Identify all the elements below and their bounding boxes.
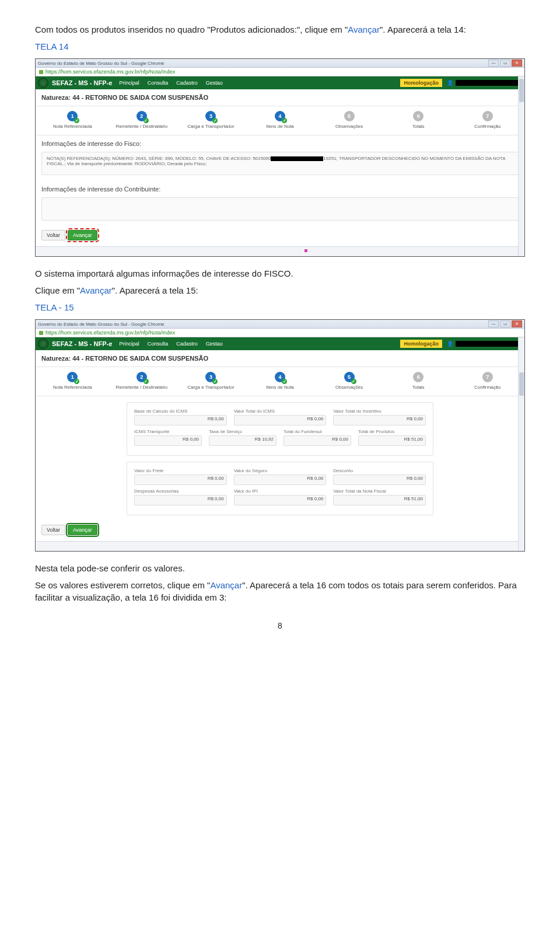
status-bar-2 bbox=[36, 541, 524, 551]
step-3[interactable]: 3Carga e Transportador bbox=[176, 372, 246, 390]
contribuinte-info-box[interactable] bbox=[41, 197, 519, 221]
gov-seal-icon bbox=[38, 339, 48, 349]
nav-consulta[interactable]: Consulta bbox=[148, 80, 169, 86]
outro-p2: Se os valores estiverem corretos, clique… bbox=[35, 579, 525, 603]
redacted-key bbox=[271, 156, 323, 161]
outro-p1: Nesta tela pode-se conferir os valores. bbox=[35, 562, 525, 574]
step-2[interactable]: 2Remetente / Destinatário bbox=[107, 372, 177, 390]
chrome-titlebar: Governo do Estado de Mato Grosso do Sul … bbox=[36, 59, 524, 68]
voltar-button[interactable]: Voltar bbox=[41, 525, 65, 535]
gov-seal-icon bbox=[38, 78, 48, 88]
step-5[interactable]: 5Observações bbox=[314, 111, 384, 129]
homologacao-badge: Homologação bbox=[400, 79, 442, 87]
avancar-button[interactable]: Avançar bbox=[68, 525, 97, 535]
app-title-2: SEFAZ - MS - NFP-e bbox=[52, 340, 112, 347]
intro-paragraph: Com todos os produtos inseridos no quadr… bbox=[35, 23, 525, 36]
nav-consulta[interactable]: Consulta bbox=[148, 341, 169, 347]
step-4[interactable]: 4Itens de Nota bbox=[246, 111, 315, 129]
status-bar bbox=[36, 246, 524, 256]
totals-card-1: Base de Calculo do ICMSR$ 0,00 Valor Tot… bbox=[127, 402, 433, 456]
field-valor-seguro: Valor do SeguroR$ 0,00 bbox=[234, 468, 327, 485]
intro-text-a: Com todos os produtos inseridos no quadr… bbox=[35, 25, 348, 34]
outro-link-avancar: Avançar bbox=[210, 580, 242, 590]
field-icms-transporte: ICMS TransporteR$ 0,00 bbox=[134, 429, 202, 446]
nav-cadastro[interactable]: Cadastro bbox=[176, 341, 198, 347]
step-5[interactable]: 5Observações bbox=[314, 372, 384, 390]
status-indicator-icon bbox=[304, 249, 307, 252]
field-valor-total-incentivo: Valor Total do IncentivoR$ 0,00 bbox=[333, 409, 426, 425]
field-total-produtos: Total de ProdutosR$ 51,00 bbox=[358, 429, 426, 446]
field-valor-frete: Valor do FreteR$ 0,00 bbox=[134, 468, 227, 485]
url-text: https://hom.servicos.efazenda.ms.gov.br/… bbox=[46, 69, 175, 75]
mid-p2a: Clique em " bbox=[35, 285, 80, 295]
mid-link-avancar: Avançar bbox=[80, 285, 112, 295]
window-close-icon[interactable]: ✕ bbox=[512, 60, 522, 67]
field-base-icms: Base de Calculo do ICMSR$ 0,00 bbox=[134, 409, 227, 425]
totals-row-4: Despesas AcessóriasR$ 0,00 Valor do IPIR… bbox=[134, 489, 426, 505]
url-bar-2[interactable]: https://hom.servicos.efazenda.ms.gov.br/… bbox=[36, 329, 524, 337]
step-7[interactable]: 7Confirmação bbox=[453, 111, 522, 129]
nav-cadastro[interactable]: Cadastro bbox=[176, 80, 198, 86]
natureza-heading: Natureza: 44 - RETORNO DE SAIDA COM SUSP… bbox=[36, 89, 524, 106]
voltar-button[interactable]: Voltar bbox=[41, 230, 65, 240]
mid-p2b: ". Aparecerá a tela 15: bbox=[112, 285, 198, 295]
window-max-icon[interactable]: ▭ bbox=[500, 60, 510, 67]
screenshot-tela15: Governo do Estado de Mato Grosso do Sul … bbox=[35, 319, 525, 552]
scroll-thumb[interactable] bbox=[519, 79, 524, 102]
intro-text-b: ". Aparecerá a tela 14: bbox=[380, 25, 466, 34]
step-1[interactable]: 1Nota Referenciada bbox=[38, 372, 107, 390]
step-6[interactable]: 6Totais bbox=[384, 372, 453, 390]
lock-icon bbox=[39, 70, 43, 74]
homologacao-badge: Homologação bbox=[400, 340, 442, 348]
window-close-icon[interactable]: ✕ bbox=[512, 320, 522, 327]
step-2[interactable]: 2Remetente / Destinatário bbox=[107, 111, 177, 129]
button-row-2: Voltar Avançar bbox=[36, 521, 524, 541]
step-6[interactable]: 6Totais bbox=[384, 111, 453, 129]
step-4[interactable]: 4Itens de Nota bbox=[246, 372, 315, 390]
app-topbar: SEFAZ - MS - NFP-e Principal Consulta Ca… bbox=[36, 76, 524, 89]
nav-principal[interactable]: Principal bbox=[119, 341, 139, 347]
step-3[interactable]: 3Carga e Transportador bbox=[176, 111, 246, 129]
step-1[interactable]: 1Nota Referenciada bbox=[38, 111, 107, 129]
url-bar[interactable]: https://hom.servicos.efazenda.ms.gov.br/… bbox=[36, 68, 524, 76]
page-number: 8 bbox=[35, 621, 525, 630]
chrome-title-2: Governo do Estado de Mato Grosso do Sul … bbox=[38, 322, 164, 327]
fisco-heading: Informações de interesse do Fisco: bbox=[36, 135, 524, 149]
scrollbar-2[interactable] bbox=[518, 337, 524, 551]
totals-row-1: Base de Calculo do ICMSR$ 0,00 Valor Tot… bbox=[134, 409, 426, 425]
nav-gestao[interactable]: Gestao bbox=[206, 341, 223, 347]
chrome-title: Governo do Estado de Mato Grosso do Sul … bbox=[38, 61, 164, 66]
fisco-info-box: NOTA(S) REFERENCIADA(S): NÚMERO: 2643, S… bbox=[41, 152, 519, 175]
url-text-2: https://hom.servicos.efazenda.ms.gov.br/… bbox=[46, 330, 175, 336]
field-valor-ipi: Valor do IPIR$ 0,00 bbox=[234, 489, 327, 505]
scrollbar[interactable] bbox=[518, 76, 524, 256]
field-despesas-acessorias: Despesas AcessóriasR$ 0,00 bbox=[134, 489, 227, 505]
totals-row-2: ICMS TransporteR$ 0,00 Taxa de ServiçoR$… bbox=[134, 429, 426, 446]
fisco-text-a: NOTA(S) REFERENCIADA(S): NÚMERO: 2643, S… bbox=[47, 156, 271, 161]
screenshot-tela14: Governo do Estado de Mato Grosso do Sul … bbox=[35, 58, 525, 257]
app-title: SEFAZ - MS - NFP-e bbox=[52, 79, 112, 86]
user-redacted bbox=[456, 341, 520, 347]
tela14-label: TELA 14 bbox=[35, 40, 525, 53]
totals-card-2: Valor do FreteR$ 0,00 Valor do SeguroR$ … bbox=[127, 462, 433, 515]
totals-row-3: Valor do FreteR$ 0,00 Valor do SeguroR$ … bbox=[134, 468, 426, 485]
user-redacted bbox=[456, 80, 520, 86]
step-7[interactable]: 7Confirmação bbox=[453, 372, 522, 390]
outro-p2a: Se os valores estiverem corretos, clique… bbox=[35, 580, 210, 590]
scroll-thumb[interactable] bbox=[519, 372, 524, 396]
field-valor-total-nf: Valor Total da Nota FiscalR$ 51,00 bbox=[333, 489, 426, 505]
natureza-heading-2: Natureza: 44 - RETORNO DE SAIDA COM SUSP… bbox=[36, 350, 524, 367]
field-total-fundersul: Total do FundersulR$ 0,00 bbox=[284, 429, 351, 446]
mid-p2: Clique em "Avançar". Aparecerá a tela 15… bbox=[35, 284, 525, 296]
window-min-icon[interactable]: — bbox=[488, 320, 499, 327]
avancar-button[interactable]: Avançar bbox=[68, 230, 97, 240]
button-row: Voltar Avançar bbox=[36, 226, 524, 246]
mid-p1: O sistema importará algumas informações … bbox=[35, 267, 525, 280]
window-min-icon[interactable]: — bbox=[488, 60, 499, 67]
nav-principal[interactable]: Principal bbox=[119, 80, 139, 86]
window-max-icon[interactable]: ▭ bbox=[500, 320, 510, 327]
stepper-2: 1Nota Referenciada 2Remetente / Destinat… bbox=[36, 367, 524, 396]
nav-gestao[interactable]: Gestao bbox=[206, 80, 223, 86]
stepper: 1Nota Referenciada 2Remetente / Destinat… bbox=[36, 106, 524, 135]
tela15-label: TELA - 15 bbox=[35, 301, 525, 313]
